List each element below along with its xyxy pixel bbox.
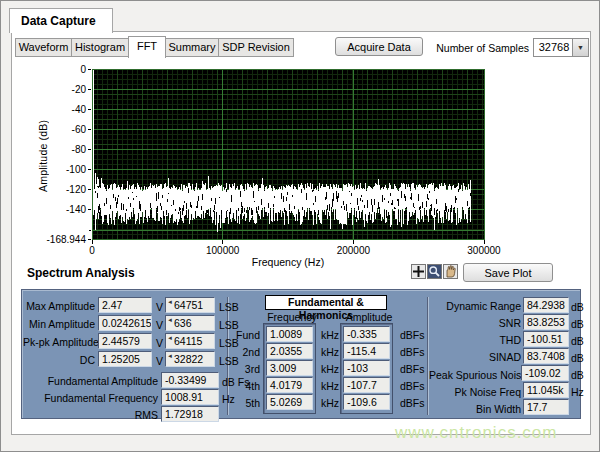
max-amplitude-lsb: ◄64751 xyxy=(165,297,215,313)
khz-unit: kHz xyxy=(321,380,339,392)
harmonic-frequency: 2.0355 xyxy=(266,343,313,359)
harmonic-amplitude: -107.7 xyxy=(343,377,390,393)
fundamental-amplitude-label: Fundamental Amplitude xyxy=(31,375,158,387)
harmonic-row-label: 3rd xyxy=(231,363,260,375)
volts-unit: V xyxy=(156,319,163,331)
fundamental-frequency-value: 1008.91 xyxy=(161,389,219,405)
bin-width-value: 17.7 xyxy=(523,399,569,415)
zoom-tool-icon[interactable] xyxy=(427,264,442,279)
thd-value: -100.51 xyxy=(523,331,569,347)
panel-divider xyxy=(427,297,429,415)
harmonic-amplitude: -109.6 xyxy=(343,394,390,410)
sinad-label: SINAD xyxy=(433,351,521,363)
snr-label: SNR xyxy=(433,317,521,329)
dc-volts: 1.25205 xyxy=(98,351,152,367)
thd-label: THD xyxy=(433,334,521,346)
min-amplitude-label: Min Amplitude xyxy=(23,318,95,330)
dynamic-range-value: 84.2938 xyxy=(523,297,569,313)
fundamental-frequency-label: Fundamental Frequency xyxy=(31,392,158,404)
harmonic-amplitude: -115.4 xyxy=(343,343,390,359)
dbfs-unit: dBFs xyxy=(400,329,425,341)
db-unit: dB xyxy=(571,301,584,313)
min-amplitude-volts: 0.0242615 xyxy=(98,315,152,331)
khz-unit: kHz xyxy=(321,329,339,341)
pkpk-amplitude-volts: 2.44579 xyxy=(98,333,152,349)
khz-unit: kHz xyxy=(321,363,339,375)
value-marker-icon: ◄ xyxy=(167,335,173,341)
lsb-unit: LSB xyxy=(219,301,239,313)
fft-plot[interactable]: 0-20-40-60-80-100-120-140-168.9440100000… xyxy=(41,61,501,277)
fundamental-harmonics-title: Fundamental & Harmonics xyxy=(265,295,387,310)
dynamic-range-label: Dynamic Range xyxy=(433,300,521,312)
db-unit: dB xyxy=(571,369,584,381)
rms-label: RMS xyxy=(31,409,158,421)
svg-text:0: 0 xyxy=(89,245,95,256)
pk-noise-freq-label: Pk Noise Freq xyxy=(433,386,521,398)
value-marker-icon: ◄ xyxy=(167,353,173,359)
max-amplitude-volts: 2.47 xyxy=(98,297,152,313)
x-axis-label: Frequency (Hz) xyxy=(188,256,388,268)
pkpk-amplitude-lsb: ◄64115 xyxy=(165,333,215,349)
max-amplitude-label: Max Amplitude xyxy=(23,300,95,312)
harmonic-row-label: 2nd xyxy=(231,346,260,358)
tab-fft[interactable]: FFT xyxy=(128,36,166,58)
svg-text:-168.944: -168.944 xyxy=(47,234,87,245)
svg-text:-80: -80 xyxy=(72,144,87,155)
svg-text:-20: -20 xyxy=(72,84,87,95)
pk-noise-freq-value: 11.045k xyxy=(523,382,569,398)
dbfs-unit: dBFs xyxy=(400,380,425,392)
peak-spurious-noise-label: Peak Spurious Noise xyxy=(429,369,521,381)
harmonic-frequency: 3.009 xyxy=(266,360,313,376)
tab-waveform[interactable]: Waveform xyxy=(15,38,72,57)
harmonic-frequency: 5.0269 xyxy=(266,394,313,410)
harmonic-amplitude: -0.335 xyxy=(343,326,390,342)
pkpk-amplitude-label: Pk-pk Amplitude xyxy=(23,336,95,348)
bin-width-label: Bin Width xyxy=(433,403,521,415)
sinad-value: 83.7408 xyxy=(523,348,569,364)
tab-sdp-revision[interactable]: SDP Revision xyxy=(218,38,294,57)
hz-unit: Hz xyxy=(571,386,584,398)
dbfs-unit: dBFs xyxy=(400,363,425,375)
chevron-down-icon[interactable]: ▼ xyxy=(572,39,588,56)
acquire-data-button[interactable]: Acquire Data xyxy=(335,37,423,56)
value-marker-icon: ◄ xyxy=(167,299,173,305)
khz-unit: kHz xyxy=(321,397,339,409)
dc-label: DC xyxy=(23,354,95,366)
frequency-column-header: Frequency xyxy=(262,311,322,323)
peak-spurious-noise-value: -109.02 xyxy=(521,365,569,381)
spectrum-analysis-title: Spectrum Analysis xyxy=(27,266,135,280)
svg-text:-140: -140 xyxy=(66,204,86,215)
amplitude-column-header: Amplitude xyxy=(339,311,399,323)
cursor-move-icon[interactable] xyxy=(411,264,426,279)
min-amplitude-lsb: ◄636 xyxy=(165,315,215,331)
dbfs-unit: dBFs xyxy=(400,397,425,409)
svg-text:-60: -60 xyxy=(72,124,87,135)
harmonic-row-label: 5th xyxy=(231,397,260,409)
db-unit: dB xyxy=(571,335,584,347)
tab-data-capture[interactable]: Data Capture xyxy=(9,8,113,33)
db-unit: dB xyxy=(571,352,584,364)
khz-unit: kHz xyxy=(321,346,339,358)
svg-text:200000: 200000 xyxy=(337,245,371,256)
site-watermark: www.cntronics.com xyxy=(395,423,557,443)
harmonic-frequency: 1.0089 xyxy=(266,326,313,342)
tab-histogram[interactable]: Histogram xyxy=(71,38,129,57)
snr-value: 83.8253 xyxy=(523,314,569,330)
tab-summary[interactable]: Summary xyxy=(165,38,219,57)
number-of-samples-select[interactable]: 32768 ▼ xyxy=(533,38,589,57)
svg-text:-100: -100 xyxy=(66,164,86,175)
volts-unit: V xyxy=(156,337,163,349)
number-of-samples-label: Number of Samples xyxy=(431,42,529,54)
value-marker-icon: ◄ xyxy=(167,317,173,323)
dbfs-unit: dBFs xyxy=(400,346,425,358)
harmonic-row-label: 4th xyxy=(231,380,260,392)
number-of-samples-value: 32768 xyxy=(534,41,574,53)
save-plot-button[interactable]: Save Plot xyxy=(463,263,553,282)
pan-hand-icon[interactable] xyxy=(443,264,458,279)
volts-unit: V xyxy=(156,301,163,313)
svg-text:-40: -40 xyxy=(72,104,87,115)
dc-lsb: ◄32822 xyxy=(165,351,215,367)
db-unit: dB xyxy=(571,318,584,330)
fundamental-amplitude-value: -0.33499 xyxy=(161,372,219,388)
rms-value: 1.72918 xyxy=(161,406,219,422)
